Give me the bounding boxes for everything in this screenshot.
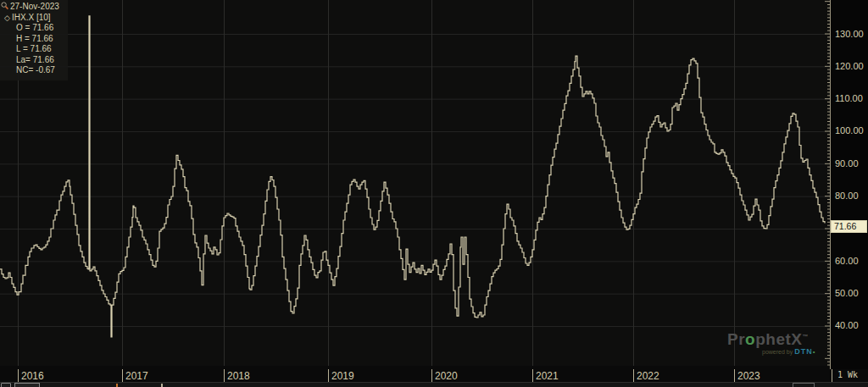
price-axis-label: 110.00 — [835, 93, 863, 104]
price-axis-label: 50.00 — [835, 288, 859, 299]
year-separator — [224, 369, 225, 382]
quote-date: 27-Nov-2023 — [0, 2, 68, 13]
year-separator — [532, 369, 533, 382]
last-price-tag: 71.66 — [831, 220, 867, 233]
powered-by-text: powered by — [762, 349, 793, 355]
price-axis-label: 90.00 — [835, 158, 859, 169]
brand-text: ProphetX — [727, 330, 802, 348]
year-label: 2017 — [125, 370, 148, 382]
year-separator — [18, 369, 19, 382]
price-axis-label: 130.00 — [835, 29, 864, 40]
price-axis-label: 60.00 — [835, 256, 859, 267]
year-label: 2023 — [737, 370, 760, 382]
dtn-logo-dot: • — [813, 348, 815, 356]
quote-open: O = 71.66 — [0, 23, 68, 34]
year-label: 2019 — [331, 370, 354, 382]
price-axis-label: 80.00 — [835, 191, 859, 202]
plot-background — [0, 0, 830, 366]
dtn-logo-text: DTN — [794, 347, 813, 356]
quote-last: La= 71.66 — [0, 55, 68, 66]
year-label: 2020 — [435, 370, 458, 382]
scrollbar-thumb[interactable] — [14, 383, 40, 387]
prophetx-chart-window: 20162017201820192020202120222023 1 Wk 13… — [0, 0, 868, 387]
quote-symbol: IHX.X [10] — [12, 13, 51, 22]
trademark-mark: ™ — [802, 334, 809, 340]
price-axis-label: 100.00 — [835, 125, 864, 136]
scrollbar-right-box[interactable] — [793, 383, 815, 387]
quote-low: L = 71.66 — [0, 44, 68, 55]
scrollbar-left-button[interactable] — [1, 383, 11, 387]
year-separator — [122, 369, 123, 382]
year-label: 2016 — [21, 370, 44, 382]
symbol-marker-icon: ◇ — [4, 13, 12, 24]
year-separator — [633, 369, 634, 382]
chart-plot-area[interactable] — [0, 0, 868, 387]
quote-net-change: NC= -0.67 — [0, 65, 68, 76]
scrollbar-marker-beige — [161, 384, 163, 387]
price-axis-label: 40.00 — [835, 320, 859, 331]
quote-high: H = 71.66 — [0, 34, 68, 45]
prophetx-watermark: ProphetX™ — [727, 330, 809, 349]
year-separator — [328, 369, 329, 382]
scrollbar-marker-orange — [116, 384, 118, 387]
year-separator — [431, 369, 432, 382]
price-axis-label: 120.00 — [835, 61, 864, 72]
year-label: 2022 — [637, 370, 659, 382]
interval-separator — [832, 369, 832, 382]
time-axis[interactable] — [0, 366, 830, 382]
year-label: 2018 — [227, 370, 250, 382]
quote-info-panel: 27-Nov-2023 ◇IHX.X [10] O = 71.66 H = 71… — [0, 0, 68, 80]
magnifier-icon[interactable] — [1, 2, 8, 10]
interval-label: 1 Wk — [837, 370, 858, 379]
year-separator — [734, 369, 735, 382]
powered-by-dtn: powered by DTN• — [762, 347, 815, 356]
horizontal-scrollbar[interactable] — [0, 382, 868, 387]
year-label: 2021 — [536, 370, 559, 382]
